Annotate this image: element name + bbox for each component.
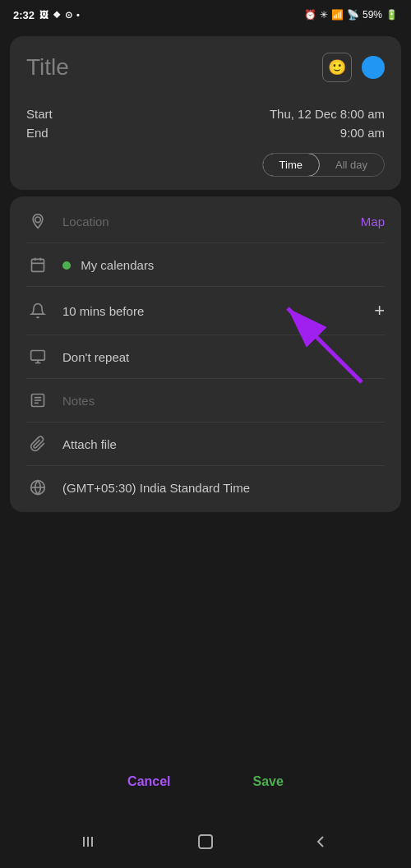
grid-icon: ❖: [53, 10, 61, 21]
event-details-card: Location Map My calendars 10 mins before…: [10, 196, 401, 512]
reminder-item[interactable]: 10 mins before +: [10, 287, 401, 335]
globe-icon: [26, 479, 49, 496]
attach-icon: [26, 436, 49, 452]
title-input[interactable]: Title: [26, 54, 69, 81]
alarm-icon: ⏰: [304, 9, 316, 21]
nav-recent-apps-button[interactable]: [81, 832, 100, 855]
calendar-icon: [26, 256, 49, 273]
dot-icon: •: [76, 10, 80, 20]
nav-back-button[interactable]: [311, 832, 330, 855]
emoji-icon: 🙂: [328, 58, 346, 76]
bluetooth-icon: ✳: [320, 9, 328, 21]
map-button[interactable]: Map: [361, 215, 385, 229]
start-label: Start: [26, 107, 53, 121]
notes-icon: [26, 392, 49, 409]
status-icons-right: ⏰ ✳ 📶 📡 59% 🔋: [304, 9, 398, 21]
color-picker[interactable]: [362, 56, 385, 79]
datetime-section: Start Thu, 12 Dec 8:00 am End 9:00 am: [26, 107, 385, 140]
status-bar: 2:32 🖼 ❖ ⊙ • ⏰ ✳ 📶 📡 59% 🔋: [0, 0, 411, 30]
navigation-bar: [0, 819, 411, 868]
time-toggle-button[interactable]: Time: [262, 153, 320, 177]
title-actions: 🙂: [322, 53, 385, 82]
toggle-group: Time All day: [262, 153, 385, 177]
bell-icon: [26, 302, 49, 319]
battery-text: 59%: [363, 9, 382, 21]
svg-rect-5: [31, 351, 45, 361]
svg-point-0: [35, 217, 41, 223]
time-toggle: Time All day: [26, 153, 385, 177]
timezone-item[interactable]: (GMT+05:30) India Standard Time: [10, 466, 401, 509]
repeat-item[interactable]: Don't repeat: [10, 335, 401, 378]
calendar-color-dot: [62, 261, 71, 270]
cancel-button[interactable]: Cancel: [127, 774, 170, 789]
start-value: Thu, 12 Dec 8:00 am: [270, 107, 385, 121]
add-reminder-button[interactable]: +: [374, 300, 385, 321]
start-row[interactable]: Start Thu, 12 Dec 8:00 am: [26, 107, 385, 121]
svg-rect-1: [32, 259, 44, 271]
title-row: Title 🙂: [26, 53, 385, 82]
location-item[interactable]: Location Map: [10, 200, 401, 242]
end-value: 9:00 am: [340, 126, 385, 140]
photo-icon: 🖼: [39, 10, 48, 20]
status-time: 2:32 🖼 ❖ ⊙ •: [13, 9, 80, 21]
calendar-label: My calendars: [81, 258, 154, 272]
emoji-button[interactable]: 🙂: [322, 53, 352, 82]
wifi-icon: 📶: [331, 9, 344, 21]
timezone-label: (GMT+05:30) India Standard Time: [62, 481, 385, 495]
repeat-icon: [26, 349, 49, 365]
location-icon: [26, 213, 49, 229]
nav-home-button[interactable]: [196, 832, 215, 855]
event-title-card: Title 🙂 Start Thu, 12 Dec 8:00 am End 9:…: [10, 36, 401, 190]
battery-icon: 🔋: [386, 9, 398, 21]
notes-placeholder: Notes: [62, 394, 385, 408]
attach-label: Attach file: [62, 437, 385, 451]
status-icons-left: 🖼 ❖ ⊙ •: [39, 10, 80, 21]
location-placeholder: Location: [62, 215, 361, 229]
svg-rect-19: [199, 835, 212, 848]
notes-item[interactable]: Notes: [10, 379, 401, 422]
save-button[interactable]: Save: [253, 774, 284, 789]
instagram-icon: ⊙: [65, 10, 72, 21]
allday-toggle-button[interactable]: All day: [319, 154, 384, 176]
calendar-content: My calendars: [62, 258, 385, 272]
calendar-item[interactable]: My calendars: [10, 243, 401, 286]
signal-icon: 📡: [347, 9, 359, 21]
end-row[interactable]: End 9:00 am: [26, 126, 385, 140]
attach-item[interactable]: Attach file: [10, 422, 401, 465]
bottom-actions: Cancel Save: [0, 761, 411, 802]
repeat-label: Don't repeat: [62, 350, 385, 364]
reminder-label: 10 mins before: [62, 304, 374, 318]
end-label: End: [26, 126, 48, 140]
